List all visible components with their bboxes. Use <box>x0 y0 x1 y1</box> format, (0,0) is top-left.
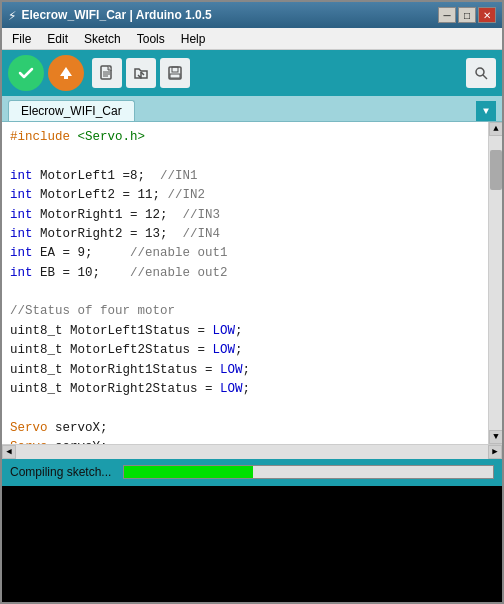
verify-icon <box>16 63 36 83</box>
upload-button[interactable] <box>48 55 84 91</box>
svg-line-11 <box>483 75 487 79</box>
menu-tools[interactable]: Tools <box>129 28 173 49</box>
svg-marker-0 <box>60 67 72 76</box>
toolbar <box>2 50 502 96</box>
console-status-bar: Compiling sketch... <box>2 458 502 486</box>
app-icon: ⚡ <box>8 7 16 24</box>
horizontal-scrollbar[interactable]: ◀ ▶ <box>2 444 502 458</box>
svg-rect-9 <box>170 74 180 78</box>
menu-help[interactable]: Help <box>173 28 214 49</box>
svg-rect-1 <box>64 76 68 79</box>
scroll-down-arrow[interactable]: ▼ <box>489 430 502 444</box>
tab-label: Elecrow_WIFI_Car <box>21 104 122 118</box>
scroll-h-track[interactable] <box>16 445 488 459</box>
search-icon <box>474 66 488 80</box>
svg-rect-7 <box>169 67 181 79</box>
vertical-scrollbar[interactable]: ▲ ▼ <box>488 122 502 444</box>
save-button[interactable] <box>160 58 190 88</box>
scroll-thumb[interactable] <box>490 150 502 190</box>
console-output <box>2 486 502 604</box>
new-button[interactable] <box>92 58 122 88</box>
upload-icon <box>56 63 76 83</box>
tab-dropdown-button[interactable]: ▼ <box>476 101 496 121</box>
progress-fill <box>124 466 253 478</box>
editor-tab[interactable]: Elecrow_WIFI_Car <box>8 100 135 121</box>
maximize-button[interactable]: □ <box>458 7 476 23</box>
scroll-right-arrow[interactable]: ▶ <box>488 445 502 459</box>
svg-point-10 <box>476 68 484 76</box>
search-button[interactable] <box>466 58 496 88</box>
window-controls: ─ □ ✕ <box>438 7 496 23</box>
scroll-left-arrow[interactable]: ◀ <box>2 445 16 459</box>
new-icon <box>99 65 115 81</box>
minimize-button[interactable]: ─ <box>438 7 456 23</box>
code-editor[interactable]: #include <Servo.h> int MotorLeft1 =8; //… <box>2 122 488 444</box>
open-button[interactable] <box>126 58 156 88</box>
scroll-up-arrow[interactable]: ▲ <box>489 122 502 136</box>
compile-status-text: Compiling sketch... <box>10 465 111 479</box>
save-icon <box>167 65 183 81</box>
menu-sketch[interactable]: Sketch <box>76 28 129 49</box>
menu-edit[interactable]: Edit <box>39 28 76 49</box>
progress-bar <box>123 465 494 479</box>
verify-button[interactable] <box>8 55 44 91</box>
tab-bar: Elecrow_WIFI_Car ▼ <box>2 96 502 122</box>
close-button[interactable]: ✕ <box>478 7 496 23</box>
dropdown-arrow-icon: ▼ <box>483 106 489 117</box>
window-title: Elecrow_WIFI_Car | Arduino 1.0.5 <box>21 8 211 22</box>
menu-file[interactable]: File <box>4 28 39 49</box>
menu-bar: File Edit Sketch Tools Help <box>2 28 502 50</box>
title-bar: ⚡ Elecrow_WIFI_Car | Arduino 1.0.5 ─ □ ✕ <box>2 2 502 28</box>
open-icon <box>133 65 149 81</box>
editor-container: #include <Servo.h> int MotorLeft1 =8; //… <box>2 122 502 444</box>
